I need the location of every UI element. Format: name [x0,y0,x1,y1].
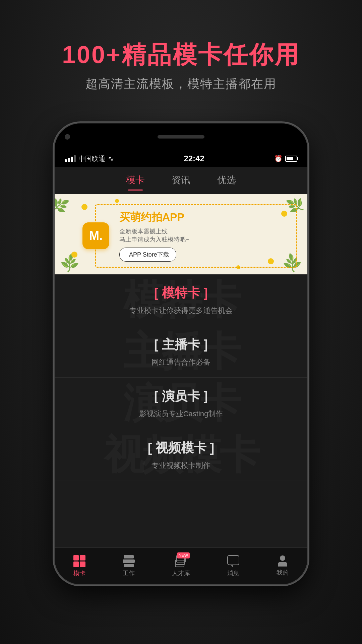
dot-1 [81,204,87,210]
watermark-mote: 模特卡 [123,273,239,327]
signal-bars [65,155,76,162]
promo-banner[interactable]: 🌿 🌿 🌿 🌿 M. 买萌约拍APP 全新版本震撼上线 马上申请成为入驻模特吧~ [55,194,307,274]
leaf-2: 🌿 [59,252,81,274]
tab-youxuan[interactable]: 优选 [217,174,236,191]
tab-news[interactable]: 资讯 [172,174,190,191]
phone-notch [55,123,307,150]
layers-icon [123,555,135,567]
promo-section: 100+精品模卡任你用 超高清主流模板，模特主播都在用 [0,0,362,112]
alarm-icon: ⏰ [274,155,283,163]
status-time: 22:42 [184,154,204,163]
wifi-icon: ∿ [108,154,114,163]
phone-screen: 模卡 资讯 优选 🌿 🌿 🌿 🌿 [55,167,307,584]
bottom-navigation: 模卡 工作 [55,547,307,584]
stack-icon-wrapper: NEW [175,555,187,567]
status-bar: 中国联通 ∿ 22:42 ⏰ [55,150,307,167]
card-zhubo[interactable]: 主播卡 [ 主播卡 ] 网红通告合作必备 [55,326,307,378]
watermark-zhubo: 主播卡 [123,324,239,379]
banner-desc2: 马上申请成为入驻模特吧~ [119,235,290,244]
download-label: APP Store下载 [129,251,169,259]
watermark-yanyuan: 演员卡 [123,376,239,431]
app-logo-letter: M. [89,229,103,243]
battery-fill [287,157,293,160]
carrier-name: 中国联通 [78,154,105,163]
chat-icon [227,555,239,565]
nav-item-moka[interactable]: 模卡 [73,555,85,577]
card-yanyuan[interactable]: 演员卡 [ 演员卡 ] 影视演员专业Casting制作 [55,378,307,429]
person-icon [278,555,287,567]
app-logo: M. [82,222,109,249]
promo-subtitle: 超高清主流模板，模特主播都在用 [0,76,362,92]
banner-desc1: 全新版本震撼上线 [119,227,290,235]
leaf-1: 🌿 [55,195,70,215]
nav-label-message: 消息 [227,569,239,577]
signal-bar-3 [71,157,73,162]
tab-moka[interactable]: 模卡 [126,174,145,191]
speaker [158,135,204,139]
new-badge: NEW [177,552,190,558]
promo-title: 100+精品模卡任你用 [0,40,362,69]
banner-app-name: 买萌约拍APP [119,210,290,225]
card-video[interactable]: 视频模卡 [ 视频模卡 ] 专业视频模卡制作 [55,429,307,481]
status-left: 中国联通 ∿ [65,154,114,163]
signal-bar-1 [65,159,67,162]
grid-icon [73,555,85,567]
nav-item-talent[interactable]: NEW 人才库 [172,555,190,577]
card-mote[interactable]: 模特卡 [ 模特卡 ] 专业模卡让你获得更多通告机会 [55,274,307,326]
nav-tabs: 模卡 资讯 优选 [55,167,307,194]
nav-label-work: 工作 [123,569,135,577]
nav-label-talent: 人才库 [172,569,190,577]
phone-frame: 中国联通 ∿ 22:42 ⏰ 模卡 资讯 优 [54,122,308,585]
phone-wrapper: 中国联通 ∿ 22:42 ⏰ 模卡 资讯 优 [0,122,362,585]
signal-bar-4 [74,155,76,162]
nav-label-moka: 模卡 [73,569,85,577]
nav-item-message[interactable]: 消息 [227,555,239,577]
nav-item-profile[interactable]: 我的 [277,555,289,577]
banner-content: M. 买萌约拍APP 全新版本震撼上线 马上申请成为入驻模特吧~ APP Sto… [95,204,297,268]
dot-2 [71,252,77,258]
dot-5 [115,199,119,203]
watermark-video: 视频模卡 [104,428,258,482]
battery-icon [285,156,297,162]
nav-label-profile: 我的 [277,569,289,577]
status-right: ⏰ [274,155,297,163]
signal-bar-2 [68,158,70,162]
download-button[interactable]: APP Store下载 [119,248,176,262]
front-camera [65,134,70,140]
nav-item-work[interactable]: 工作 [123,555,135,577]
